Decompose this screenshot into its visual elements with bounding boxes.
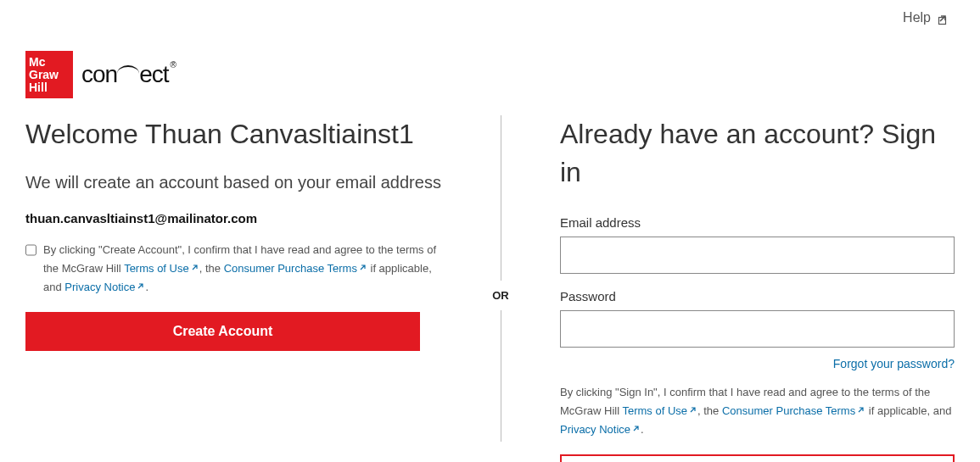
terms-of-use-link[interactable]: Terms of Use	[124, 262, 199, 275]
terms-text: By clicking "Create Account", I confirm …	[43, 241, 450, 297]
password-field[interactable]	[560, 310, 955, 348]
connect-arc-icon	[117, 65, 139, 74]
create-account-button[interactable]: Create Account	[25, 312, 420, 351]
logo-hill: Hill	[29, 81, 73, 94]
divider-line-top	[501, 115, 501, 281]
email-label: Email address	[560, 215, 959, 230]
external-link-icon	[938, 14, 946, 22]
email-field[interactable]	[560, 237, 955, 274]
email-display: thuan.canvasltiainst1@mailinator.com	[25, 211, 450, 225]
divider-line-bottom	[501, 310, 501, 442]
external-link-icon	[632, 420, 641, 429]
connect-logo: conect®	[81, 61, 174, 88]
external-link-icon	[191, 259, 199, 268]
help-label: Help	[903, 10, 931, 25]
signin-button[interactable]: Sign In	[560, 454, 955, 462]
terms-of-use-label: Terms of Use	[622, 404, 687, 417]
privacy-notice-link[interactable]: Privacy Notice	[64, 281, 145, 293]
external-link-icon	[689, 402, 697, 410]
signin-terms-end: .	[641, 423, 644, 436]
divider: OR	[475, 115, 526, 462]
terms-end: .	[145, 281, 148, 293]
connect-post: ect	[139, 61, 168, 88]
signin-terms: By clicking "Sign In", I confirm that I …	[560, 383, 955, 439]
signin-terms-mid2: if applicable, and	[865, 404, 951, 417]
registered-icon: ®	[171, 60, 176, 70]
logo-graw: Graw	[29, 69, 73, 81]
mcgrawhill-logo: Mc Graw Hill	[25, 51, 73, 98]
password-label: Password	[560, 289, 959, 303]
terms-row: By clicking "Create Account", I confirm …	[25, 241, 450, 297]
privacy-notice-link[interactable]: Privacy Notice	[560, 423, 641, 436]
consumer-terms-link[interactable]: Consumer Purchase Terms	[722, 404, 865, 417]
help-link[interactable]: Help	[903, 10, 946, 25]
privacy-notice-label: Privacy Notice	[64, 281, 135, 293]
consumer-terms-link[interactable]: Consumer Purchase Terms	[224, 262, 367, 275]
consumer-terms-label: Consumer Purchase Terms	[722, 404, 855, 417]
terms-mid1: , the	[199, 262, 224, 275]
create-account-panel: Welcome Thuan Canvasltiainst1 We will cr…	[25, 115, 475, 462]
signin-panel: Already have an account? Sign in Email a…	[526, 115, 959, 462]
connect-pre: con	[81, 61, 117, 88]
terms-of-use-label: Terms of Use	[124, 262, 189, 275]
signin-title: Already have an account? Sign in	[560, 115, 959, 192]
privacy-notice-label: Privacy Notice	[560, 423, 630, 436]
forgot-password-link[interactable]: Forgot your password?	[833, 357, 955, 370]
top-header: Help	[0, 0, 980, 25]
signin-terms-mid1: , the	[697, 404, 722, 417]
forgot-row: Forgot your password?	[560, 356, 955, 371]
logo-row: Mc Graw Hill conect®	[0, 25, 980, 107]
external-link-icon	[137, 278, 145, 287]
consumer-terms-label: Consumer Purchase Terms	[224, 262, 357, 275]
main-columns: Welcome Thuan Canvasltiainst1 We will cr…	[0, 107, 980, 462]
or-label: OR	[492, 281, 509, 310]
terms-of-use-link[interactable]: Terms of Use	[622, 404, 697, 417]
external-link-icon	[359, 259, 367, 268]
welcome-title: Welcome Thuan Canvasltiainst1	[25, 115, 450, 153]
terms-checkbox[interactable]	[25, 244, 36, 256]
external-link-icon	[857, 402, 865, 410]
logo-mc: Mc	[29, 56, 73, 69]
create-subheader: We will create an account based on your …	[25, 169, 450, 196]
